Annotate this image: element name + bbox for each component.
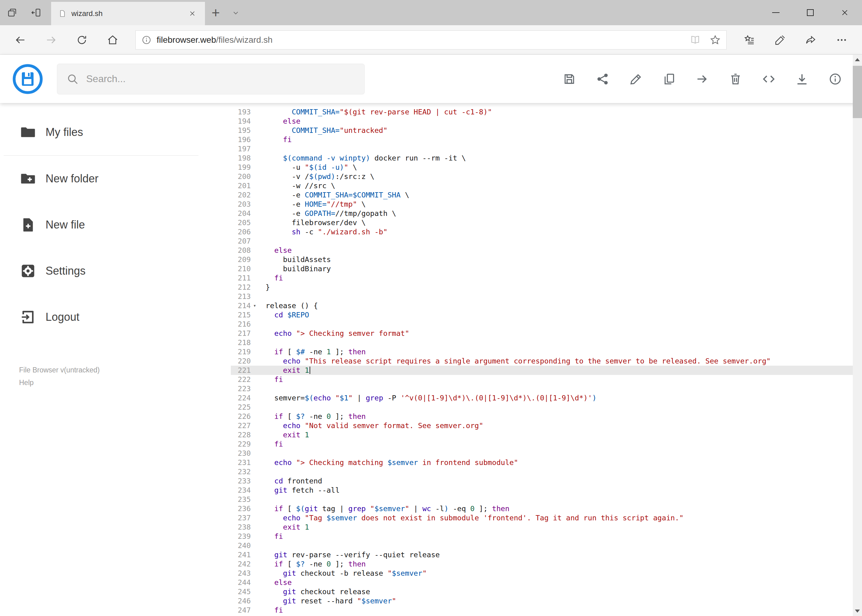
scroll-up-button[interactable] — [853, 55, 862, 64]
code-line[interactable]: 207 — [231, 236, 862, 246]
address-bar[interactable]: filebrowser.web/files/wizard.sh — [136, 30, 726, 50]
code-line[interactable]: 238 exit 1 — [231, 523, 862, 532]
tab-close-icon[interactable] — [187, 8, 198, 19]
code-line[interactable]: 228 exit 1 — [231, 430, 862, 440]
hub-favorites-button[interactable] — [734, 25, 765, 55]
code-line[interactable]: 244 else — [231, 578, 862, 587]
sidebar-item-logout[interactable]: Logout — [0, 294, 231, 340]
code-line[interactable]: 227 echo "Not valid semver format. See s… — [231, 421, 862, 430]
code-line[interactable]: 201 -w //src \ — [231, 181, 862, 190]
sidebar-item-new-folder[interactable]: New folder — [0, 156, 231, 202]
code-line[interactable]: 222 fi — [231, 375, 862, 384]
code-line[interactable]: 217 echo "> Checking semver format" — [231, 329, 862, 338]
code-line[interactable]: 204 -e GOPATH=//tmp/gopath \ — [231, 209, 862, 218]
code-line[interactable]: 210 buildBinary — [231, 264, 862, 273]
code-line[interactable]: 195 COMMIT_SHA="untracked" — [231, 126, 862, 135]
code-line[interactable]: 233 cd frontend — [231, 476, 862, 486]
code-line[interactable]: 206 sh -c "./wizard.sh -b" — [231, 227, 862, 236]
code-line[interactable]: 240 — [231, 541, 862, 550]
browser-tab[interactable]: wizard.sh — [51, 2, 205, 25]
code-line[interactable]: 200 -v /$(pwd):/src:z \ — [231, 172, 862, 181]
set-tabs-aside-button[interactable] — [24, 0, 48, 25]
code-line[interactable]: 213 — [231, 292, 862, 301]
scroll-down-button[interactable] — [853, 606, 862, 616]
favorite-star-icon[interactable] — [710, 35, 721, 46]
code-line[interactable]: 199 -u "$(id -u)" \ — [231, 163, 862, 172]
code-line[interactable]: 239 fi — [231, 532, 862, 541]
info-button[interactable] — [828, 72, 842, 86]
code-line[interactable]: 214▾release () { — [231, 301, 862, 310]
sidebar-item-new-file[interactable]: New file — [0, 202, 231, 248]
code-line[interactable]: 197 — [231, 144, 862, 154]
download-button[interactable] — [795, 72, 809, 86]
code-line[interactable]: 226 if [ $? -ne 0 ]; then — [231, 412, 862, 421]
filebrowser-logo[interactable] — [12, 64, 43, 94]
code-line[interactable]: 193 COMMIT_SHA="$(git rev-parse HEAD | c… — [231, 107, 862, 116]
share-button[interactable] — [596, 72, 610, 86]
close-button[interactable] — [827, 0, 862, 25]
minimize-button[interactable] — [759, 0, 793, 25]
code-line[interactable]: 241 git rev-parse --verify --quiet relea… — [231, 550, 862, 559]
code-line[interactable]: 223 — [231, 384, 862, 393]
code-line[interactable]: 235 — [231, 495, 862, 504]
code-line[interactable]: 216 — [231, 319, 862, 329]
search-box[interactable] — [57, 64, 365, 94]
code-line[interactable]: 234 git fetch --all — [231, 486, 862, 495]
tab-list-chevron-icon[interactable] — [227, 0, 245, 25]
code-line[interactable]: 245 git checkout release — [231, 587, 862, 596]
code-editor[interactable]: 193 COMMIT_SHA="$(git rev-parse HEAD | c… — [231, 103, 862, 616]
scrollbar-thumb[interactable] — [853, 66, 862, 118]
save-button[interactable] — [562, 72, 577, 86]
code-line[interactable]: 243 git checkout -b release "$semver" — [231, 569, 862, 578]
code-line[interactable]: 212} — [231, 283, 862, 292]
back-button[interactable] — [5, 25, 36, 55]
raw-view-button[interactable] — [762, 72, 776, 86]
code-line[interactable]: 232 — [231, 467, 862, 476]
code-line[interactable]: 237 echo "Tag $semver does not exist in … — [231, 513, 862, 523]
code-line[interactable]: 203 -e HOME="//tmp" \ — [231, 200, 862, 209]
code-line[interactable]: 220 echo "This release script requires a… — [231, 357, 862, 366]
code-line[interactable]: 246 git reset --hard "$semver" — [231, 596, 862, 605]
code-line[interactable]: 225 — [231, 402, 862, 412]
code-line[interactable]: 229 fi — [231, 440, 862, 449]
code-line[interactable]: 208 else — [231, 246, 862, 255]
maximize-button[interactable] — [793, 0, 827, 25]
code-line[interactable]: 224 semver=$(echo "$1" | grep -P '^v(0|[… — [231, 393, 862, 402]
move-button[interactable] — [695, 72, 709, 86]
share-page-button[interactable] — [796, 25, 826, 55]
code-line[interactable]: 230 — [231, 449, 862, 458]
tab-preview-button[interactable] — [0, 0, 24, 25]
more-menu-button[interactable] — [826, 25, 857, 55]
code-line[interactable]: 221 exit 1 — [231, 366, 862, 375]
reading-view-icon[interactable] — [690, 35, 700, 45]
sidebar-item-settings[interactable]: Settings — [0, 248, 231, 294]
new-tab-button[interactable]: + — [205, 0, 227, 25]
search-input[interactable] — [86, 73, 355, 85]
code-line[interactable]: 198 $(command -v winpty) docker run --rm… — [231, 154, 862, 163]
rename-button[interactable] — [629, 72, 643, 86]
code-line[interactable]: 231 echo "> Checking matching $semver in… — [231, 458, 862, 467]
code-line[interactable]: 196 fi — [231, 135, 862, 144]
forward-button[interactable] — [36, 25, 66, 55]
copy-button[interactable] — [662, 72, 676, 86]
site-info-icon[interactable] — [141, 35, 152, 45]
code-line[interactable]: 211 fi — [231, 273, 862, 283]
vertical-scrollbar[interactable] — [853, 55, 862, 616]
refresh-button[interactable] — [66, 25, 97, 55]
code-line[interactable]: 194 else — [231, 116, 862, 126]
code-line[interactable]: 205 filebrowser/dev \ — [231, 218, 862, 227]
web-note-button[interactable] — [765, 25, 796, 55]
home-button[interactable] — [97, 25, 128, 55]
code-line[interactable]: 202 -e COMMIT_SHA=$COMMIT_SHA \ — [231, 190, 862, 200]
help-link[interactable]: Help — [19, 379, 100, 387]
code-line[interactable]: 242 if [ $? -ne 0 ]; then — [231, 559, 862, 569]
code-line[interactable]: 215 cd $REPO — [231, 310, 862, 319]
code-line[interactable]: 209 buildAssets — [231, 255, 862, 264]
sidebar-item-my-files[interactable]: My files — [0, 109, 231, 155]
fold-arrow-icon[interactable]: ▾ — [251, 301, 258, 310]
code-line[interactable]: 236 if [ $(git tag | grep "$semver" | wc… — [231, 504, 862, 513]
code-line[interactable]: 218 — [231, 338, 862, 347]
delete-button[interactable] — [728, 72, 742, 86]
code-line[interactable]: 219 if [ $# -ne 1 ]; then — [231, 347, 862, 357]
code-line[interactable]: 247 fi — [231, 605, 862, 615]
